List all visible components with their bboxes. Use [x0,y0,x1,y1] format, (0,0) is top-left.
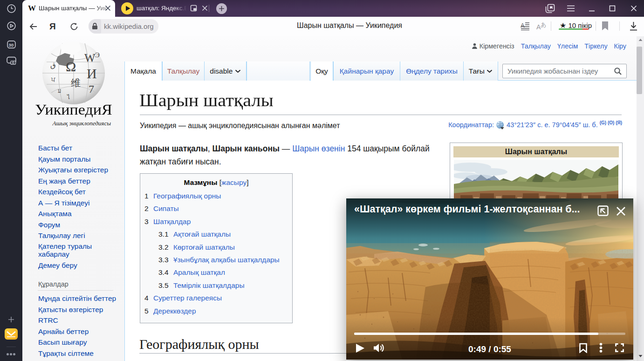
svg-text:И: И [87,66,97,81]
svg-text:ไ: ไ [67,94,70,101]
svg-text:7: 7 [89,83,94,95]
svg-text:ق: ق [50,61,56,69]
svg-text:30: 30 [8,42,14,48]
svg-text:A: A [521,22,525,29]
svg-text:W: W [84,52,96,64]
svg-text:维: 维 [71,77,81,89]
svg-text:Ω: Ω [66,59,76,74]
svg-text:ਪ: ਪ [51,76,55,83]
svg-text:あ: あ [541,21,546,28]
svg-text:Э: Э [95,51,100,59]
svg-text:ע: ע [58,87,61,94]
